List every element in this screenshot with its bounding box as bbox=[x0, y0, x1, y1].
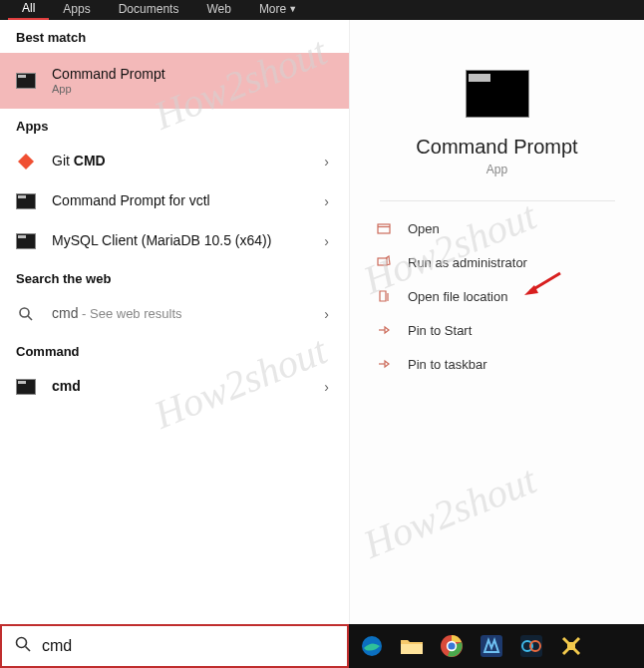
search-bar[interactable] bbox=[0, 624, 349, 668]
svg-line-2 bbox=[28, 316, 32, 320]
search-icon bbox=[14, 302, 38, 326]
result-title: Command Prompt for vctl bbox=[52, 193, 335, 208]
chevron-right-icon: › bbox=[324, 306, 329, 322]
chevron-right-icon: › bbox=[324, 379, 329, 395]
section-best-match: Best match bbox=[0, 20, 349, 53]
taskbar bbox=[349, 624, 644, 668]
tab-web[interactable]: Web bbox=[192, 0, 244, 20]
git-icon bbox=[14, 150, 38, 173]
result-best-match[interactable]: Command Prompt App bbox=[0, 53, 349, 109]
svg-line-14 bbox=[26, 647, 31, 652]
svg-marker-10 bbox=[385, 361, 389, 367]
tab-documents[interactable]: Documents bbox=[105, 0, 193, 20]
result-subtitle: App bbox=[52, 83, 335, 95]
action-label: Open file location bbox=[408, 289, 507, 304]
action-label: Open bbox=[408, 221, 440, 236]
preview-app-name: Command Prompt bbox=[416, 136, 577, 159]
svg-rect-28 bbox=[567, 642, 575, 650]
svg-rect-3 bbox=[378, 224, 390, 233]
action-open-file-location[interactable]: Open file location bbox=[376, 279, 618, 313]
taskbar-app-icon[interactable] bbox=[516, 631, 546, 661]
result-cmd-vctl[interactable]: Command Prompt for vctl › bbox=[0, 181, 349, 221]
tab-more[interactable]: More ▼ bbox=[245, 0, 311, 20]
divider bbox=[380, 200, 615, 201]
open-icon bbox=[376, 220, 392, 236]
chevron-down-icon: ▼ bbox=[288, 4, 297, 14]
result-title: Git CMD bbox=[52, 154, 335, 168]
svg-marker-8 bbox=[385, 327, 389, 333]
command-prompt-icon bbox=[14, 69, 38, 93]
section-command: Command bbox=[0, 334, 349, 367]
result-title: Command Prompt bbox=[52, 67, 335, 82]
results-panel: Best match Command Prompt App Apps Git C… bbox=[0, 20, 349, 624]
pin-icon bbox=[376, 322, 392, 338]
result-mysql-client[interactable]: MySQL Client (MariaDB 10.5 (x64)) › bbox=[0, 221, 349, 261]
chevron-right-icon: › bbox=[324, 193, 329, 209]
taskbar-app-icon-2[interactable] bbox=[556, 631, 586, 661]
result-title: MySQL Client (MariaDB 10.5 (x64)) bbox=[52, 233, 335, 248]
taskbar-chrome-icon[interactable] bbox=[437, 631, 467, 661]
svg-point-19 bbox=[448, 642, 455, 649]
tab-all[interactable]: All bbox=[8, 0, 49, 20]
app-preview-icon bbox=[466, 70, 529, 118]
search-filter-tabs: All Apps Documents Web More ▼ bbox=[0, 0, 644, 20]
result-title: cmd - See web results bbox=[52, 306, 335, 321]
action-pin-to-taskbar[interactable]: Pin to taskbar bbox=[376, 347, 618, 381]
action-label: Pin to taskbar bbox=[408, 357, 487, 372]
command-prompt-icon bbox=[14, 229, 38, 253]
search-icon bbox=[14, 635, 32, 657]
svg-point-1 bbox=[20, 308, 29, 317]
chevron-right-icon: › bbox=[324, 233, 329, 249]
action-label: Pin to Start bbox=[408, 323, 472, 338]
command-prompt-icon bbox=[14, 375, 38, 399]
taskbar-edge-icon[interactable] bbox=[357, 631, 387, 661]
svg-point-13 bbox=[17, 638, 27, 648]
taskbar-folder-icon[interactable] bbox=[397, 631, 427, 661]
search-input[interactable] bbox=[42, 637, 335, 655]
svg-rect-16 bbox=[401, 644, 423, 654]
action-run-as-admin[interactable]: Run as administrator bbox=[376, 245, 618, 279]
section-search-web: Search the web bbox=[0, 261, 349, 294]
preview-panel: Command Prompt App Open Run as administr… bbox=[349, 20, 644, 624]
preview-app-type: App bbox=[486, 163, 507, 176]
pin-icon bbox=[376, 356, 392, 372]
result-title: cmd bbox=[52, 379, 335, 394]
action-open[interactable]: Open bbox=[376, 211, 618, 245]
section-apps: Apps bbox=[0, 109, 349, 142]
action-pin-to-start[interactable]: Pin to Start bbox=[376, 313, 618, 347]
result-web-cmd[interactable]: cmd - See web results › bbox=[0, 294, 349, 334]
shield-icon bbox=[376, 254, 392, 270]
action-label: Run as administrator bbox=[408, 255, 527, 270]
chevron-right-icon: › bbox=[324, 154, 329, 169]
result-cmd[interactable]: cmd › bbox=[0, 367, 349, 407]
taskbar-virtualbox-icon[interactable] bbox=[477, 631, 506, 661]
command-prompt-icon bbox=[14, 189, 38, 213]
tab-apps[interactable]: Apps bbox=[49, 0, 104, 20]
folder-icon bbox=[376, 288, 392, 304]
svg-rect-5 bbox=[378, 258, 387, 265]
svg-marker-0 bbox=[18, 154, 34, 169]
result-git-cmd[interactable]: Git CMD › bbox=[0, 142, 349, 181]
